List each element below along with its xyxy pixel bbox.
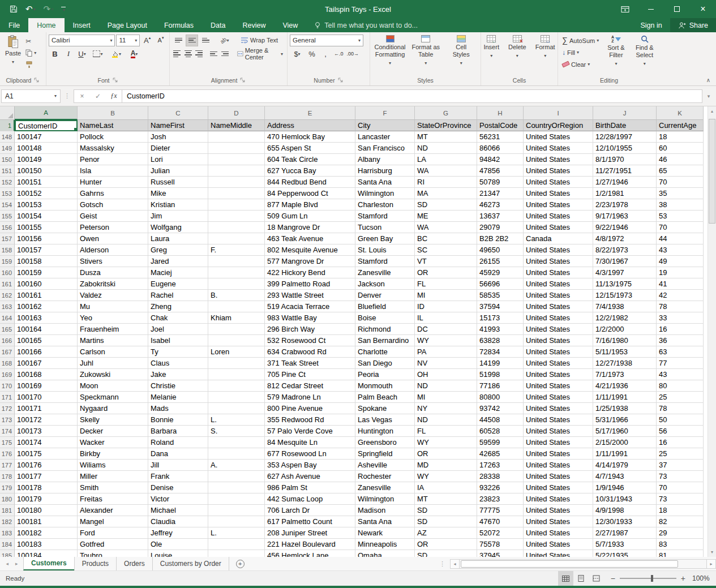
cell-J150[interactable]: 8/1/1970: [593, 154, 657, 165]
cell-H148[interactable]: 56231: [477, 131, 524, 143]
cell-C151[interactable]: Julian: [148, 165, 208, 177]
cell-E184[interactable]: 221 Hazel Boulevard: [265, 539, 355, 550]
cell-J154[interactable]: 2/23/1978: [593, 199, 657, 211]
cell-C173[interactable]: Bonnie: [148, 414, 208, 426]
row-header-182[interactable]: 182: [0, 516, 15, 527]
cell-I169[interactable]: United States: [524, 369, 593, 380]
cell-C150[interactable]: Lori: [148, 154, 208, 165]
cell-J171[interactable]: 1/11/1991: [593, 392, 657, 403]
cell-F176[interactable]: Springfield: [355, 448, 415, 460]
cell-E171[interactable]: 579 Madrone Ln: [265, 392, 355, 403]
cell-C164[interactable]: Chak: [148, 312, 208, 324]
cell-E166[interactable]: 532 Rosewood Ct: [265, 335, 355, 346]
cell-D169[interactable]: [208, 369, 265, 380]
cell-A159[interactable]: 100158: [15, 256, 78, 267]
cell-A174[interactable]: 100173: [15, 426, 78, 437]
cell-F148[interactable]: Lancaster: [355, 131, 415, 143]
cell-H155[interactable]: 13637: [477, 211, 524, 222]
cell-E175[interactable]: 84 Mesquite Ln: [265, 437, 355, 448]
cell-K177[interactable]: 37: [657, 460, 704, 471]
name-box[interactable]: A1▾: [1, 89, 61, 103]
cell-J174[interactable]: 5/17/1960: [593, 426, 657, 437]
cell-G152[interactable]: RI: [415, 177, 477, 188]
cell-C149[interactable]: Dieter: [148, 143, 208, 154]
zoom-slider-thumb[interactable]: [651, 575, 653, 582]
cell-F155[interactable]: Stamford: [355, 211, 415, 222]
cell-G166[interactable]: WY: [415, 335, 477, 346]
cell-D174[interactable]: S.: [208, 426, 265, 437]
cell-J153[interactable]: 1/2/1981: [593, 188, 657, 199]
row-header-167[interactable]: 167: [0, 346, 15, 358]
column-header-D[interactable]: D: [208, 106, 265, 120]
cell-G180[interactable]: MT: [415, 493, 477, 505]
column-header-A[interactable]: A: [15, 106, 78, 120]
cell-D178[interactable]: [208, 471, 265, 482]
orientation-button[interactable]: ab▾: [216, 35, 233, 46]
cell-styles-caret-icon[interactable]: ▾: [460, 59, 462, 67]
cell-B162[interactable]: Valdez: [78, 290, 148, 301]
cell-I158[interactable]: United States: [524, 244, 593, 256]
cell-F1[interactable]: City: [355, 120, 415, 131]
borders-caret-icon[interactable]: ▾: [100, 51, 102, 57]
cell-C178[interactable]: Frank: [148, 471, 208, 482]
vertical-scroll-thumb[interactable]: [709, 119, 715, 224]
zoom-slider[interactable]: [620, 578, 676, 579]
cell-E155[interactable]: 509 Gum Ln: [265, 211, 355, 222]
cell-C158[interactable]: Greg: [148, 244, 208, 256]
cell-C154[interactable]: Kristian: [148, 199, 208, 211]
cell-J176[interactable]: 1/11/1991: [593, 448, 657, 460]
cell-H150[interactable]: 94842: [477, 154, 524, 165]
align-right-button[interactable]: [194, 48, 204, 60]
cell-H180[interactable]: 23823: [477, 493, 524, 505]
cell-K152[interactable]: 70: [657, 177, 704, 188]
cell-J175[interactable]: 2/15/2000: [593, 437, 657, 448]
cell-F171[interactable]: Palm Beach: [355, 392, 415, 403]
cell-J148[interactable]: 12/28/1997: [593, 131, 657, 143]
cell-K157[interactable]: 44: [657, 233, 704, 244]
cell-H166[interactable]: 63828: [477, 335, 524, 346]
row-header-155[interactable]: 155: [0, 211, 15, 222]
cell-K167[interactable]: 63: [657, 346, 704, 358]
cell-A162[interactable]: 100161: [15, 290, 78, 301]
cell-I185[interactable]: United States: [524, 550, 593, 557]
row-header-162[interactable]: 162: [0, 290, 15, 301]
cell-H151[interactable]: 47856: [477, 165, 524, 177]
cell-H177[interactable]: 17263: [477, 460, 524, 471]
cell-G176[interactable]: OR: [415, 448, 477, 460]
cell-D172[interactable]: [208, 403, 265, 414]
increase-indent-button[interactable]: [220, 48, 230, 60]
close-button[interactable]: ×: [690, 0, 716, 18]
cell-I173[interactable]: United States: [524, 414, 593, 426]
tab-formulas[interactable]: Formulas: [156, 18, 202, 32]
cell-J177[interactable]: 4/14/1979: [593, 460, 657, 471]
cell-I181[interactable]: United States: [524, 505, 593, 516]
cell-I162[interactable]: United States: [524, 290, 593, 301]
cell-B148[interactable]: Pollock: [78, 131, 148, 143]
cell-I151[interactable]: United States: [524, 165, 593, 177]
cell-C179[interactable]: Denise: [148, 482, 208, 493]
cell-H162[interactable]: 58535: [477, 290, 524, 301]
cell-K172[interactable]: 78: [657, 403, 704, 414]
cell-B185[interactable]: Toubro: [78, 550, 148, 557]
cell-G184[interactable]: OR: [415, 539, 477, 550]
cell-A177[interactable]: 100176: [15, 460, 78, 471]
cell-D162[interactable]: B.: [208, 290, 265, 301]
cell-D1[interactable]: NameMiddle: [208, 120, 265, 131]
cell-I180[interactable]: United States: [524, 493, 593, 505]
collapse-ribbon-icon[interactable]: ∧: [706, 77, 710, 83]
insert-function-icon[interactable]: ƒx: [106, 92, 122, 100]
merge-center-button[interactable]: Merge & Center ▾: [235, 48, 285, 60]
cell-J165[interactable]: 1/2/2000: [593, 324, 657, 335]
cell-B177[interactable]: Wiliams: [78, 460, 148, 471]
cell-I150[interactable]: United States: [524, 154, 593, 165]
cell-F173[interactable]: Las Vegas: [355, 414, 415, 426]
cell-K184[interactable]: 83: [657, 539, 704, 550]
cell-K155[interactable]: 53: [657, 211, 704, 222]
tab-data[interactable]: Data: [202, 18, 234, 32]
row-header-149[interactable]: 149: [0, 143, 15, 154]
column-header-E[interactable]: E: [265, 106, 355, 120]
cell-H157[interactable]: B2B 2B2: [477, 233, 524, 244]
cell-G178[interactable]: WY: [415, 471, 477, 482]
cell-F158[interactable]: St. Louis: [355, 244, 415, 256]
cell-K160[interactable]: 19: [657, 267, 704, 278]
